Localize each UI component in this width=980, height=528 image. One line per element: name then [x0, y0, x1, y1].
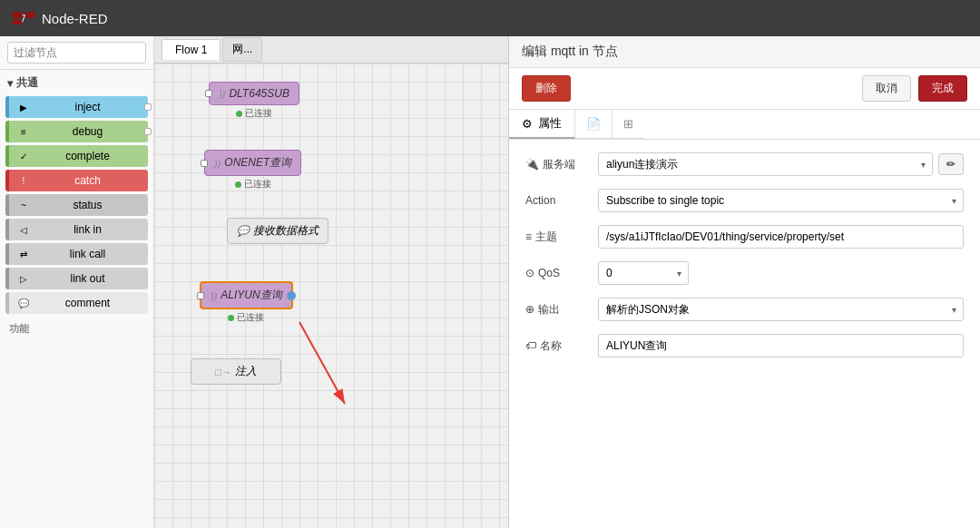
sidebar-item-catch[interactable]: ! catch	[5, 170, 148, 191]
flow-node-receive-label: 接收数据格式	[253, 223, 318, 239]
chevron-down-icon: ▾	[7, 77, 13, 90]
name-control	[598, 334, 964, 357]
tab-flow1[interactable]: Flow 1	[162, 39, 220, 60]
sidebar-item-status-label: status	[34, 199, 141, 211]
tab-properties[interactable]: ⚙ 属性	[509, 110, 575, 139]
sidebar-item-comment-label: comment	[34, 297, 141, 309]
search-input[interactable]	[7, 42, 146, 64]
server-control: aliyun连接演示 ▾ ✏	[598, 152, 964, 176]
action-control: Subscribe to single topic ▾	[598, 189, 964, 212]
topic-input[interactable]	[598, 225, 964, 249]
main-layout: ▾ 共通 ▶ inject ≡ debug ✓ complete ! catch	[0, 36, 980, 528]
server-icon: 🔌	[525, 158, 539, 171]
topic-control	[598, 225, 964, 249]
topic-icon: ≡	[525, 230, 532, 243]
app-header: Node-RED	[0, 0, 980, 36]
name-label: 🏷 名称	[525, 338, 589, 354]
panel-header-title: 编辑 mqtt in 节点	[522, 44, 618, 58]
sidebar-category: ▾ 共通	[0, 70, 153, 93]
tab-icon1[interactable]: 📄	[575, 110, 612, 139]
flow-node-dlt645sub-label: DLT645SUB	[229, 87, 289, 100]
sidebar-item-linkin-label: link in	[34, 223, 141, 236]
onenet-port-left	[201, 160, 208, 167]
output-icon: ⊕	[525, 303, 534, 316]
canvas[interactable]: )) DLT645SUB 已连接 )) ONENET查询 已连接	[154, 64, 508, 528]
qos-control: 0 ▾	[598, 261, 964, 285]
sidebar-item-status[interactable]: ~ status	[5, 194, 148, 216]
tab-icon2[interactable]: ⊞	[612, 110, 644, 139]
app-title: Node-RED	[42, 11, 108, 26]
sidebar-item-debug[interactable]: ≡ debug	[5, 121, 148, 142]
form-row-topic: ≡ 主题	[525, 225, 964, 249]
panel-toolbar: 删除 取消 完成	[509, 68, 980, 110]
sidebar-item-linkin[interactable]: ◁ link in	[5, 219, 148, 240]
cancel-button[interactable]: 取消	[862, 75, 911, 102]
debug-icon: ≡	[16, 124, 31, 139]
form-row-action: Action Subscribe to single topic ▾	[525, 189, 964, 212]
sidebar-item-inject-label: inject	[34, 101, 141, 113]
panel-extra-tabs: ⚙ 属性 📄 ⊞	[509, 110, 980, 140]
delete-button[interactable]: 删除	[522, 75, 571, 102]
flow-node-receive[interactable]: 💬 接收数据格式	[227, 218, 328, 244]
qos-select[interactable]: 0	[598, 261, 689, 285]
flow-node-onenet-box[interactable]: )) ONENET查询	[204, 150, 301, 176]
server-select[interactable]: aliyun连接演示	[598, 152, 933, 176]
flow-node-receive-box[interactable]: 💬 接收数据格式	[227, 218, 328, 244]
output-control: 解析的JSON对象 ▾	[598, 298, 964, 321]
sidebar-item-linkcall-label: link call	[34, 248, 141, 260]
sidebar-nodes: ▶ inject ≡ debug ✓ complete ! catch ~ st…	[0, 93, 153, 528]
complete-icon: ✓	[16, 149, 31, 163]
flow-node-onenet-label: ONENET查询	[224, 155, 291, 171]
more-category: 功能	[5, 317, 148, 341]
flow-node-inject2[interactable]: □→ 注入	[191, 358, 281, 385]
server-label: 🔌 服务端	[525, 157, 589, 172]
svg-rect-0	[12, 12, 22, 18]
svg-rect-2	[12, 19, 22, 24]
server-select-wrapper: aliyun连接演示 ▾	[598, 152, 933, 176]
sidebar-item-catch-label: catch	[34, 174, 141, 187]
flow-node-dlt645sub-box[interactable]: )) DLT645SUB	[209, 82, 299, 105]
server-edit-button[interactable]: ✏	[938, 153, 964, 175]
status-dot-dlt645sub	[236, 111, 242, 117]
panel-header: 编辑 mqtt in 节点	[509, 36, 980, 68]
sidebar-item-complete-label: complete	[34, 150, 141, 162]
action-select-wrapper: Subscribe to single topic ▾	[598, 189, 964, 212]
flow-node-onenet[interactable]: )) ONENET查询 已连接	[204, 150, 301, 191]
aliyun-port-right	[287, 291, 296, 300]
sidebar-item-complete[interactable]: ✓ complete	[5, 145, 148, 167]
output-select[interactable]: 解析的JSON对象	[598, 298, 964, 321]
action-select[interactable]: Subscribe to single topic	[598, 189, 964, 212]
sidebar-category-label: 共通	[16, 75, 38, 91]
flow-node-inject2-box[interactable]: □→ 注入	[191, 358, 281, 385]
qos-label: ⊙ QoS	[525, 267, 589, 279]
catch-icon: !	[16, 173, 31, 188]
flow-node-dlt645sub[interactable]: )) DLT645SUB 已连接	[209, 82, 299, 120]
status-icon: ~	[16, 198, 31, 212]
flow-node-aliyun-box[interactable]: )) ALIYUN查询	[200, 281, 293, 309]
tab-network[interactable]: 网...	[222, 37, 262, 62]
name-icon: 🏷	[525, 339, 536, 352]
sidebar-item-debug-label: debug	[34, 125, 141, 138]
qos-select-wrapper: 0 ▾	[598, 261, 689, 285]
aliyun-port-left	[197, 292, 204, 299]
node-red-logo-icon	[11, 9, 36, 27]
svg-line-6	[299, 322, 345, 404]
sidebar-item-comment[interactable]: 💬 comment	[5, 292, 148, 314]
sidebar-item-linkout[interactable]: ▷ link out	[5, 268, 148, 289]
canvas-tabs: Flow 1 网...	[154, 36, 508, 64]
name-input[interactable]	[598, 334, 964, 357]
output-label: ⊕ 输出	[525, 302, 589, 318]
qos-icon: ⊙	[525, 267, 534, 279]
sidebar-item-inject[interactable]: ▶ inject	[5, 96, 148, 118]
right-panel: 编辑 mqtt in 节点 删除 取消 完成 ⚙ 属性 📄 ⊞	[508, 36, 980, 528]
done-button[interactable]: 完成	[918, 75, 967, 102]
form-row-qos: ⊙ QoS 0 ▾	[525, 261, 964, 285]
inject-port-right	[144, 103, 152, 111]
flow-node-aliyun[interactable]: )) ALIYUN查询 已连接	[200, 281, 293, 324]
action-label: Action	[525, 194, 589, 207]
flow-node-dlt645sub-status: 已连接	[236, 107, 272, 120]
sidebar-search-container	[0, 36, 153, 70]
canvas-area: Flow 1 网... )) DLT645SUB 已连接 )	[154, 36, 508, 528]
sidebar-item-linkcall[interactable]: ⇄ link call	[5, 243, 148, 265]
debug-port-right	[144, 128, 152, 135]
